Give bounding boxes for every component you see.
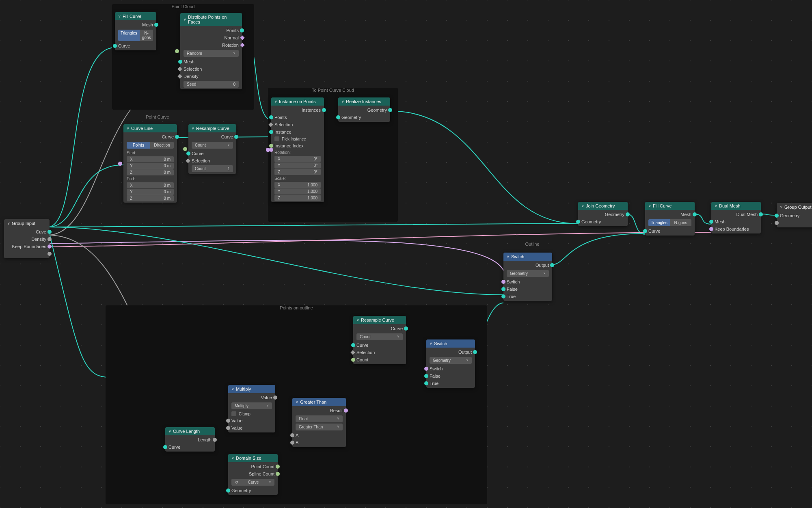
- node-header[interactable]: Greater Than: [292, 398, 346, 406]
- node-header[interactable]: Resample Curve: [188, 124, 236, 132]
- node-header[interactable]: Curve Length: [165, 427, 215, 435]
- node-header[interactable]: Multiply: [228, 385, 275, 393]
- fill-curve-node-2[interactable]: Fill Curve Mesh TrianglesN-gons Curve: [645, 202, 695, 236]
- direction-button[interactable]: Direction: [150, 142, 174, 149]
- random-dropdown[interactable]: Random: [184, 50, 239, 57]
- node-header[interactable]: Group Input: [4, 219, 50, 227]
- group-output-node[interactable]: Group Output Geometry: [777, 203, 812, 227]
- seed-field[interactable]: Seed0: [184, 81, 239, 88]
- group-input-node[interactable]: Group Input Cuve Density Keep Boundaries: [4, 219, 50, 258]
- pick-instance-checkbox[interactable]: Pick Instance: [271, 136, 324, 142]
- count-field[interactable]: Count1: [192, 165, 233, 172]
- instance-on-points-node[interactable]: Instance on Points Instances Points Sele…: [271, 97, 324, 202]
- frame-label: Points on outline: [280, 305, 313, 311]
- multiply-node[interactable]: Multiply Value Multiply Clamp Value Valu…: [228, 385, 275, 432]
- node-header[interactable]: Fill Curve: [115, 12, 156, 20]
- geometry-dropdown[interactable]: Geometry: [507, 270, 549, 277]
- output-mesh: Mesh: [115, 21, 156, 28]
- realize-instances-node[interactable]: Realize Instances Geometry Geometry: [338, 97, 390, 122]
- node-header[interactable]: Switch: [503, 253, 552, 261]
- gt-dropdown[interactable]: Greater Than: [296, 424, 343, 430]
- switch-node[interactable]: Switch Output Geometry Switch False True: [503, 253, 552, 301]
- node-header[interactable]: Resample Curve: [353, 316, 406, 324]
- resample-curve-node-2[interactable]: Resample Curve Curve Count Curve Selecti…: [353, 316, 406, 364]
- triangles-button[interactable]: Triangles: [118, 30, 140, 41]
- frame-label: To Point Curve Cloud: [312, 87, 354, 93]
- ngons-button[interactable]: N-gons: [140, 30, 153, 41]
- points-button[interactable]: Points: [127, 142, 150, 149]
- curve-line-node[interactable]: Curve Line Curve PointsDirection Start: …: [123, 124, 177, 203]
- count-dropdown[interactable]: Count: [192, 142, 233, 149]
- node-header[interactable]: Switch: [426, 339, 475, 348]
- dual-mesh-node[interactable]: Dual Mesh Dual Mesh Mesh Keep Boundaries: [711, 202, 761, 233]
- frame-label: Point Cloud: [172, 3, 195, 10]
- node-header[interactable]: Join Geometry: [578, 202, 628, 210]
- multiply-dropdown[interactable]: Multiply: [231, 402, 272, 409]
- fill-curve-node[interactable]: Fill Curve Mesh TrianglesN-gons Curve: [115, 12, 156, 50]
- node-header[interactable]: Group Output: [777, 203, 812, 211]
- node-header[interactable]: Dual Mesh: [711, 202, 761, 210]
- input-curve: Curve: [115, 42, 156, 50]
- geometry-dropdown[interactable]: Geometry: [430, 357, 472, 364]
- curve-dropdown[interactable]: ⟲ Curve: [231, 479, 274, 486]
- clamp-checkbox[interactable]: Clamp: [228, 411, 275, 417]
- node-header[interactable]: Fill Curve: [645, 202, 695, 210]
- join-geometry-node[interactable]: Join Geometry Geometry Geometry: [578, 202, 628, 226]
- frame-label: Outline: [525, 241, 540, 247]
- node-header[interactable]: Instance on Points: [271, 97, 324, 106]
- resample-curve-node[interactable]: Resample Curve Curve Count Curve Selecti…: [188, 124, 236, 174]
- output-density: Density: [4, 236, 50, 243]
- greater-than-node[interactable]: Greater Than Result Float Greater Than A…: [292, 398, 346, 447]
- triangles-button[interactable]: Triangles: [648, 219, 670, 226]
- node-header[interactable]: Realize Instances: [338, 97, 390, 106]
- output-cuve: Cuve: [4, 228, 50, 236]
- output-keep-boundaries: Keep Boundaries: [4, 243, 50, 250]
- switch-node-2[interactable]: Switch Output Geometry Switch False True: [426, 339, 475, 388]
- ngons-button[interactable]: N-gons: [670, 219, 691, 226]
- node-header[interactable]: Domain Size: [228, 454, 278, 462]
- node-header[interactable]: Distribute Points on Faces: [180, 13, 242, 26]
- curve-length-node[interactable]: Curve Length Length Curve: [165, 427, 215, 452]
- float-dropdown[interactable]: Float: [296, 415, 343, 422]
- node-header[interactable]: Curve Line: [123, 124, 177, 132]
- count-dropdown[interactable]: Count: [356, 333, 403, 340]
- frame-label: Point Curve: [146, 114, 169, 120]
- domain-size-node[interactable]: Domain Size Point Count Spline Count ⟲ C…: [228, 454, 278, 495]
- distribute-points-node[interactable]: Distribute Points on Faces Points Normal…: [180, 13, 242, 89]
